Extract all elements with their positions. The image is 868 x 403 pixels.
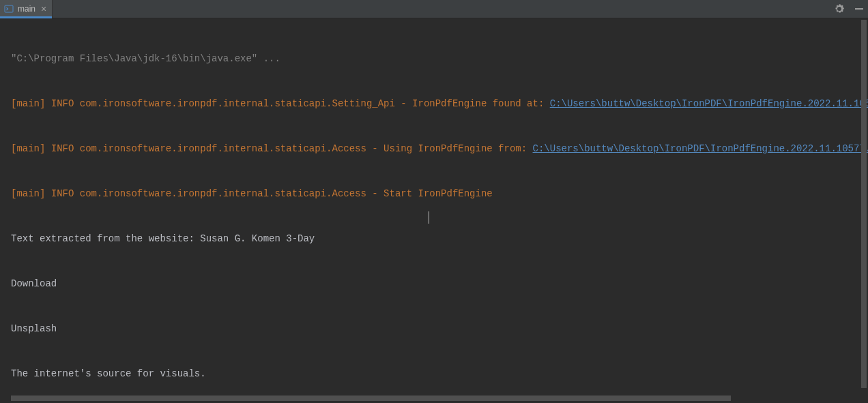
svg-rect-0	[5, 5, 13, 12]
log-line: [main] INFO com.ironsoftware.ironpdf.int…	[11, 186, 868, 201]
path-link[interactable]: C:\Users\buttw\Desktop\IronPDF\IronPdfEn…	[533, 143, 868, 154]
output-line: The internet's source for visuals.	[11, 366, 868, 381]
horizontal-scroll-thumb[interactable]	[11, 395, 731, 401]
path-link[interactable]: C:\Users\buttw\Desktop\IronPDF\IronPdfEn…	[550, 98, 868, 109]
toolbar-right	[834, 0, 864, 18]
svg-rect-1	[855, 8, 863, 10]
vertical-scroll-thumb[interactable]	[861, 20, 867, 388]
console-content: "C:\Program Files\Java\jdk-16\bin\java.e…	[0, 18, 868, 403]
output-line: Download	[11, 276, 868, 291]
console-output[interactable]: "C:\Program Files\Java\jdk-16\bin\java.e…	[0, 18, 868, 403]
log-line: [main] INFO com.ironsoftware.ironpdf.int…	[11, 98, 550, 109]
horizontal-scrollbar[interactable]	[11, 395, 860, 401]
gear-icon[interactable]	[834, 3, 845, 14]
terminal-icon	[4, 4, 14, 14]
output-line: Unsplash	[11, 321, 868, 336]
close-icon[interactable]: ×	[41, 4, 46, 14]
tab-bar: main ×	[0, 0, 868, 18]
cmd-line: "C:\Program Files\Java\jdk-16\bin\java.e…	[11, 51, 868, 66]
vertical-scrollbar[interactable]	[861, 20, 867, 395]
tab-main[interactable]: main ×	[0, 0, 53, 18]
minimize-icon[interactable]	[854, 4, 864, 14]
output-line: Text extracted from the website: Susan G…	[11, 231, 868, 246]
tab-label: main	[18, 4, 35, 14]
text-caret	[429, 211, 429, 224]
log-line: [main] INFO com.ironsoftware.ironpdf.int…	[11, 143, 533, 154]
